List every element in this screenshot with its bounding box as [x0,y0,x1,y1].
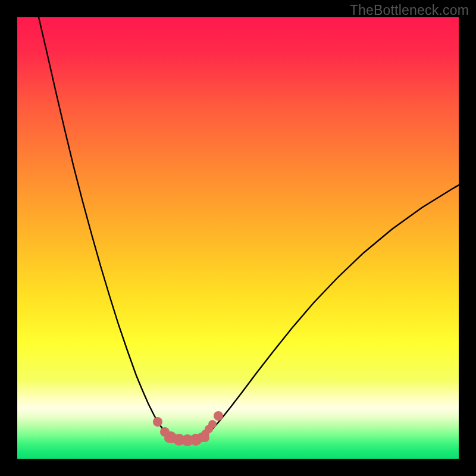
highlight-dot [153,417,162,427]
chart-area [17,17,459,459]
watermark-text: TheBottleneck.com [350,2,469,18]
highlight-dot [208,420,217,428]
gradient-bg [17,17,459,459]
chart-svg [17,17,459,459]
highlight-dot [214,411,223,421]
